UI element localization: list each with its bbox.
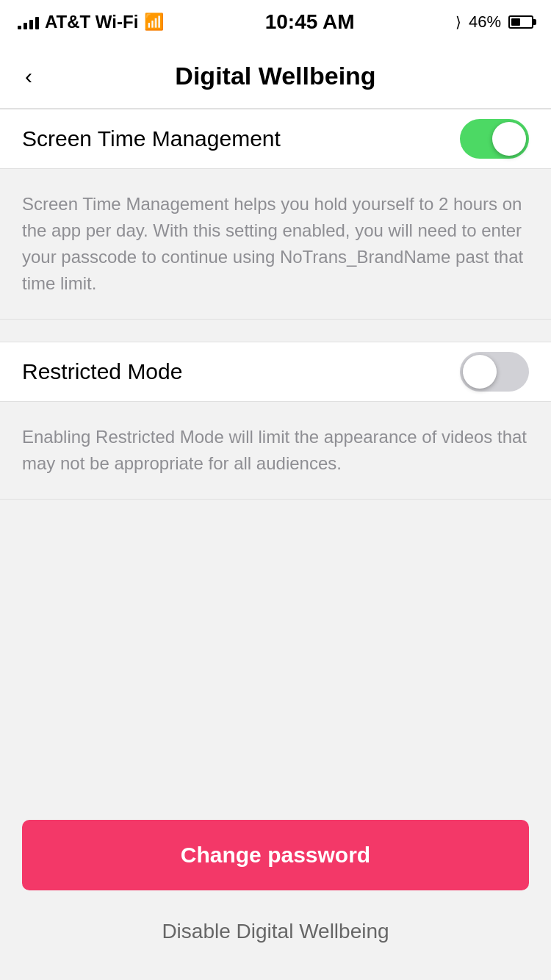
status-bar: AT&T Wi-Fi 📶 10:45 AM ⟩ 46% bbox=[0, 0, 551, 44]
nav-header: ‹ Digital Wellbeing bbox=[0, 44, 551, 109]
carrier-label: AT&T Wi-Fi bbox=[45, 12, 138, 32]
page-title: Digital Wellbeing bbox=[175, 62, 375, 90]
screen-time-section: Screen Time Management bbox=[0, 109, 551, 169]
screen-time-row: Screen Time Management bbox=[0, 109, 551, 168]
location-icon: ⟩ bbox=[455, 13, 461, 31]
status-right: ⟩ 46% bbox=[455, 12, 533, 32]
content-wrapper: Screen Time Management Screen Time Manag… bbox=[0, 109, 551, 980]
section-gap-1 bbox=[0, 320, 551, 342]
bottom-section: Change password Disable Digital Wellbein… bbox=[0, 820, 551, 980]
status-carrier: AT&T Wi-Fi 📶 bbox=[18, 12, 164, 32]
status-time: 10:45 AM bbox=[265, 10, 355, 34]
restricted-mode-row: Restricted Mode bbox=[0, 342, 551, 401]
restricted-mode-description: Enabling Restricted Mode will limit the … bbox=[22, 424, 529, 477]
battery-icon bbox=[508, 15, 533, 29]
restricted-mode-toggle[interactable] bbox=[460, 352, 529, 392]
restricted-mode-section: Restricted Mode bbox=[0, 342, 551, 402]
screen-time-label: Screen Time Management bbox=[22, 126, 281, 151]
restricted-mode-label: Restricted Mode bbox=[22, 359, 182, 384]
battery-percentage: 46% bbox=[469, 12, 501, 32]
restricted-mode-description-section: Enabling Restricted Mode will limit the … bbox=[0, 402, 551, 500]
back-button[interactable]: ‹ bbox=[18, 57, 40, 96]
change-password-button[interactable]: Change password bbox=[22, 820, 529, 890]
screen-time-description-section: Screen Time Management helps you hold yo… bbox=[0, 169, 551, 320]
screen-time-description: Screen Time Management helps you hold yo… bbox=[22, 191, 529, 297]
signal-icon bbox=[18, 15, 39, 29]
screen-time-toggle[interactable] bbox=[460, 119, 529, 159]
wifi-icon: 📶 bbox=[144, 12, 164, 32]
toggle-knob bbox=[492, 122, 526, 156]
restricted-toggle-knob bbox=[463, 355, 497, 389]
disable-wellbeing-button[interactable]: Disable Digital Wellbeing bbox=[0, 912, 551, 951]
